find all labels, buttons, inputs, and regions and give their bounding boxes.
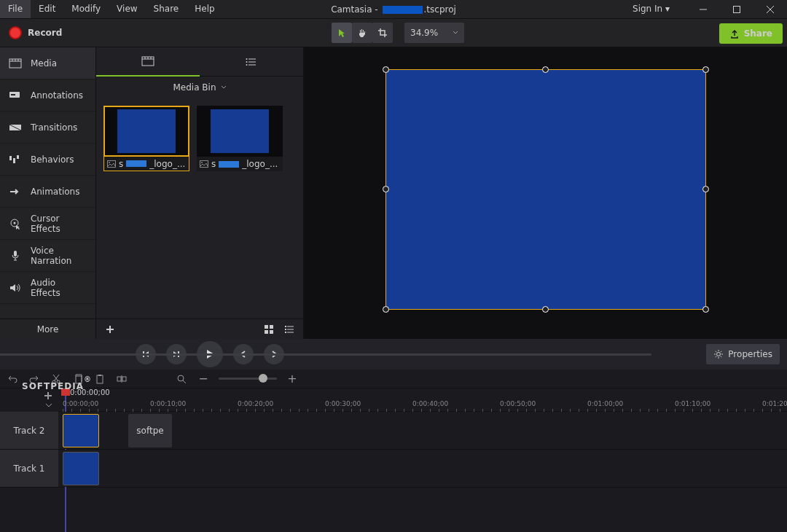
sign-in-menu[interactable]: Sign In ▾ bbox=[628, 0, 674, 18]
upload-icon bbox=[729, 28, 740, 39]
menu-view[interactable]: View bbox=[109, 0, 145, 18]
media-thumb[interactable]: s_logo_... bbox=[103, 106, 189, 171]
sidebar-item-annotations[interactable]: Annotations bbox=[0, 79, 95, 112]
zoom-fit-button[interactable] bbox=[175, 372, 188, 386]
track-header[interactable]: Track 1 bbox=[0, 450, 58, 487]
track-options-button[interactable] bbox=[45, 400, 52, 410]
sidebar-more-button[interactable]: More bbox=[0, 318, 95, 339]
sidebar-item-animations[interactable]: Animations bbox=[0, 176, 95, 208]
media-icon bbox=[9, 58, 22, 69]
svg-point-48 bbox=[52, 380, 55, 383]
select-tool-button[interactable] bbox=[332, 23, 352, 43]
menu-file[interactable]: File bbox=[0, 0, 31, 18]
grid-view-button[interactable] bbox=[261, 321, 277, 337]
svg-point-58 bbox=[178, 375, 184, 381]
svg-line-2 bbox=[767, 6, 774, 13]
svg-rect-38 bbox=[270, 330, 273, 334]
playback-slider[interactable] bbox=[302, 351, 651, 358]
sidebar-item-label: Audio Effects bbox=[31, 278, 87, 298]
svg-rect-53 bbox=[97, 375, 103, 383]
cursor-effects-icon bbox=[9, 219, 22, 229]
timeline-clip[interactable] bbox=[63, 452, 99, 485]
toolbar: Record 34.9% Share bbox=[0, 18, 787, 47]
cut-button[interactable] bbox=[50, 372, 63, 386]
sidebar-item-audio-effects[interactable]: Audio Effects bbox=[0, 272, 95, 304]
track-row: Track 2 softpe bbox=[0, 412, 787, 450]
svg-point-26 bbox=[246, 58, 248, 60]
playhead-icon[interactable] bbox=[61, 388, 70, 396]
crop-tool-button[interactable] bbox=[372, 23, 393, 43]
sidebar-item-media[interactable]: Media bbox=[0, 47, 95, 79]
svg-line-51 bbox=[53, 375, 58, 380]
timeline-zoom-slider[interactable] bbox=[219, 378, 277, 380]
timeline: − + 0:00:00;00 0:00:00;000:00:10;000:00:… bbox=[0, 369, 787, 532]
svg-point-27 bbox=[246, 61, 248, 63]
panel-tab-library[interactable] bbox=[200, 47, 303, 77]
add-media-button[interactable] bbox=[102, 321, 118, 337]
sidebar-item-voice-narration[interactable]: Voice Narration bbox=[0, 240, 95, 272]
menu-share[interactable]: Share bbox=[146, 0, 187, 18]
image-icon bbox=[107, 160, 116, 168]
panel-tab-mediabin[interactable] bbox=[96, 47, 200, 77]
svg-line-50 bbox=[55, 375, 59, 380]
split-button[interactable] bbox=[115, 372, 128, 386]
svg-point-15 bbox=[11, 219, 18, 227]
svg-point-49 bbox=[57, 380, 60, 383]
animations-icon bbox=[9, 187, 22, 197]
svg-rect-44 bbox=[285, 332, 286, 333]
track-body[interactable]: softpe bbox=[58, 412, 787, 449]
svg-rect-17 bbox=[14, 251, 17, 257]
svg-line-59 bbox=[183, 380, 186, 383]
menu-help[interactable]: Help bbox=[187, 0, 222, 18]
media-bin[interactable]: s_logo_... s_logo_... bbox=[96, 98, 303, 318]
svg-rect-55 bbox=[117, 377, 121, 381]
canvas-object[interactable] bbox=[385, 69, 706, 310]
menu-edit[interactable]: Edit bbox=[31, 0, 63, 18]
copy-button[interactable] bbox=[71, 372, 85, 386]
time-ruler[interactable]: 0:00:00;00 0:00:00;000:00:10;000:00:20;0… bbox=[58, 388, 787, 412]
track-body[interactable] bbox=[58, 450, 787, 487]
svg-rect-29 bbox=[108, 160, 116, 167]
window-minimize-button[interactable] bbox=[686, 0, 720, 18]
svg-line-3 bbox=[767, 6, 774, 13]
share-button[interactable]: Share bbox=[719, 23, 783, 44]
svg-rect-37 bbox=[265, 330, 268, 334]
svg-rect-52 bbox=[76, 376, 82, 383]
sidebar-item-label: Voice Narration bbox=[31, 246, 87, 266]
menubar: File Edit Modify View Share Help Camtasi… bbox=[0, 0, 787, 18]
pan-tool-button[interactable] bbox=[352, 23, 372, 43]
window-maximize-button[interactable] bbox=[720, 0, 753, 18]
svg-rect-4 bbox=[9, 59, 21, 68]
sidebar-item-cursor-effects[interactable]: Cursor Effects bbox=[0, 208, 95, 240]
list-view-button[interactable] bbox=[281, 321, 297, 337]
gear-icon bbox=[713, 349, 724, 359]
canvas-zoom-select[interactable]: 34.9% bbox=[404, 23, 464, 43]
svg-rect-13 bbox=[13, 158, 15, 163]
media-thumb[interactable]: s_logo_... bbox=[197, 106, 283, 171]
sidebar-item-behaviors[interactable]: Behaviors bbox=[0, 144, 95, 176]
sidebar-item-label: Cursor Effects bbox=[31, 214, 87, 234]
window-close-button[interactable] bbox=[753, 0, 787, 18]
properties-button[interactable]: Properties bbox=[706, 344, 780, 364]
track-header[interactable]: Track 2 bbox=[0, 412, 58, 449]
transport-bar: Properties bbox=[0, 339, 787, 369]
media-icon bbox=[141, 56, 154, 66]
zoom-out-button[interactable]: − bbox=[197, 372, 210, 386]
chevron-down-icon bbox=[221, 85, 227, 90]
svg-point-30 bbox=[109, 162, 110, 163]
record-button[interactable]: Record bbox=[0, 26, 71, 39]
undo-button[interactable] bbox=[6, 372, 19, 386]
timeline-clip[interactable] bbox=[63, 414, 99, 447]
zoom-in-button[interactable]: + bbox=[286, 372, 299, 386]
behaviors-icon bbox=[9, 154, 22, 165]
svg-rect-43 bbox=[285, 329, 286, 330]
audio-effects-icon bbox=[9, 283, 22, 293]
preview-canvas[interactable] bbox=[304, 47, 787, 339]
sidebar-item-label: Animations bbox=[31, 187, 79, 197]
sidebar-item-transitions[interactable]: Transitions bbox=[0, 112, 95, 144]
svg-rect-14 bbox=[17, 155, 19, 159]
timeline-clip[interactable]: softpe bbox=[128, 414, 172, 447]
menu-modify[interactable]: Modify bbox=[63, 0, 109, 18]
redo-button[interactable] bbox=[28, 372, 41, 386]
paste-button[interactable] bbox=[93, 372, 106, 386]
